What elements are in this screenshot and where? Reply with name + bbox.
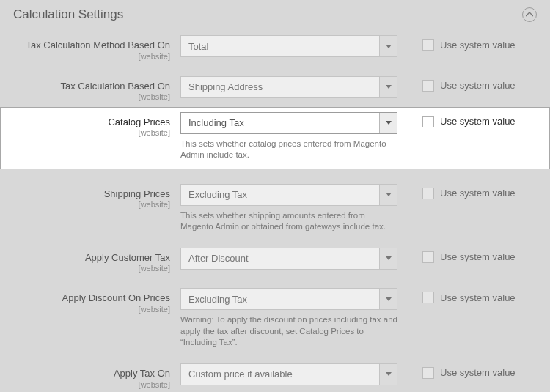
- field-hint: This sets whether catalog prices entered…: [180, 138, 397, 161]
- field-scope: [website]: [10, 200, 170, 210]
- use-system-label: Use system value: [440, 251, 516, 262]
- select-value: Excluding Tax: [188, 294, 247, 305]
- section-title: Calculation Settings: [13, 7, 123, 22]
- collapse-toggle[interactable]: [522, 7, 537, 22]
- apply-tax-on-select[interactable]: Custom price if available: [180, 363, 397, 385]
- field-hint: Warning: To apply the discount on prices…: [180, 314, 397, 349]
- use-system-checkbox[interactable]: [422, 251, 434, 263]
- use-system-checkbox[interactable]: [422, 116, 434, 127]
- select-value: Shipping Address: [188, 81, 263, 92]
- catalog-prices-select[interactable]: Including Tax: [180, 112, 397, 134]
- use-system-label: Use system value: [440, 80, 516, 91]
- use-system-checkbox[interactable]: [422, 367, 434, 379]
- apply-customer-tax-select[interactable]: After Discount: [180, 248, 397, 270]
- field-scope: [website]: [10, 92, 170, 102]
- chevron-down-icon: [379, 289, 397, 309]
- field-label: Tax Calculation Based On: [10, 81, 170, 92]
- use-system-checkbox[interactable]: [422, 188, 434, 199]
- field-scope: [website]: [10, 305, 170, 314]
- field-label: Apply Customer Tax: [10, 252, 170, 264]
- field-label: Tax Calculation Method Based On: [10, 40, 170, 51]
- row-tax-calc-based-on: Tax Calculation Based On [website] Shipp…: [0, 72, 550, 103]
- row-apply-tax-on: Apply Tax On [website] Custom price if a…: [0, 359, 550, 390]
- settings-rows: Tax Calculation Method Based On [website…: [0, 31, 550, 392]
- use-system-label: Use system value: [440, 40, 516, 51]
- chevron-up-icon: [526, 12, 533, 17]
- select-value: Custom price if available: [188, 369, 293, 380]
- select-value: Excluding Tax: [188, 189, 247, 200]
- use-system-checkbox[interactable]: [422, 292, 434, 303]
- field-scope: [website]: [10, 128, 170, 138]
- field-scope: [website]: [10, 264, 170, 273]
- chevron-down-icon: [379, 364, 397, 385]
- select-value: Total: [188, 41, 208, 52]
- field-label: Catalog Prices: [10, 117, 170, 128]
- calculation-settings-panel: Calculation Settings Tax Calculation Met…: [0, 0, 550, 392]
- row-apply-discount-on-prices: Apply Discount On Prices [website] Exclu…: [0, 284, 550, 349]
- field-label: Shipping Prices: [10, 188, 170, 200]
- apply-discount-on-prices-select[interactable]: Excluding Tax: [180, 288, 397, 310]
- field-label: Apply Tax On: [10, 368, 170, 380]
- field-scope: [website]: [10, 380, 170, 390]
- use-system-label: Use system value: [440, 188, 516, 199]
- use-system-label: Use system value: [440, 116, 516, 127]
- tax-calc-method-select[interactable]: Total: [180, 35, 397, 57]
- field-label: Apply Discount On Prices: [10, 292, 170, 304]
- use-system-label: Use system value: [440, 367, 516, 378]
- chevron-down-icon: [379, 113, 397, 133]
- use-system-label: Use system value: [440, 292, 516, 303]
- tax-calc-based-on-select[interactable]: Shipping Address: [180, 76, 397, 98]
- chevron-down-icon: [379, 77, 397, 97]
- select-value: After Discount: [188, 253, 249, 264]
- use-system-checkbox[interactable]: [422, 39, 434, 51]
- row-tax-calc-method: Tax Calculation Method Based On [website…: [0, 31, 550, 62]
- chevron-down-icon: [379, 248, 397, 269]
- use-system-checkbox[interactable]: [422, 80, 434, 92]
- field-scope: [website]: [10, 52, 170, 62]
- chevron-down-icon: [379, 36, 397, 56]
- panel-header: Calculation Settings: [0, 0, 550, 31]
- field-hint: This sets whether shipping amounts enter…: [180, 210, 397, 233]
- row-shipping-prices: Shipping Prices [website] Excluding Tax …: [0, 180, 550, 233]
- row-apply-customer-tax: Apply Customer Tax [website] After Disco…: [0, 243, 550, 274]
- select-value: Including Tax: [188, 117, 244, 128]
- row-catalog-prices: Catalog Prices [website] Including Tax T…: [0, 107, 550, 169]
- chevron-down-icon: [379, 185, 397, 205]
- shipping-prices-select[interactable]: Excluding Tax: [180, 184, 397, 206]
